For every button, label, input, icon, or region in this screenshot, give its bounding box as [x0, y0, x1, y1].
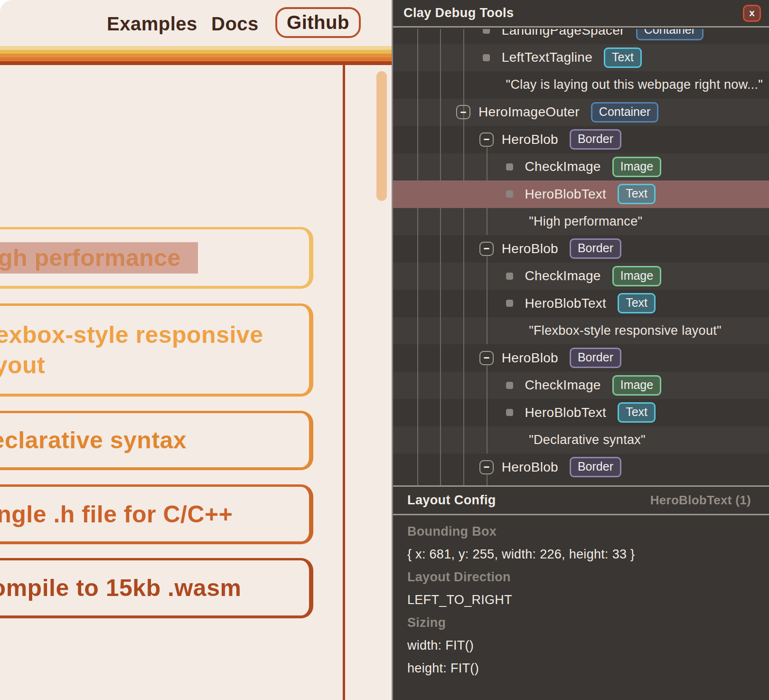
- tree-element-row[interactable]: LandingPageSpacerContainer: [393, 29, 769, 44]
- tree-marker: [479, 242, 494, 256]
- minus-icon: [484, 357, 489, 359]
- leaf-bullet-icon: [506, 382, 513, 389]
- tree-text-preview-row[interactable]: "High performance": [393, 208, 769, 236]
- element-type-badge: Border: [570, 129, 621, 150]
- element-text-content: "Clay is laying out this webpage right n…: [506, 77, 763, 92]
- debug-panel-header: Clay Debug Tools x: [393, 0, 769, 28]
- element-type-badge: Border: [570, 457, 621, 477]
- tree-indent-guide: [487, 475, 488, 487]
- debug-selection-highlight: [0, 242, 198, 274]
- tree-element-row[interactable]: HeroBlobBorder: [393, 126, 769, 153]
- page-scrollbar-thumb[interactable]: [376, 71, 387, 201]
- feature-box-text: Declarative syntax: [0, 425, 278, 455]
- tree-marker: [503, 296, 517, 311]
- selected-element-label: HeroBlobText (1): [650, 493, 751, 508]
- element-name: CheckImage: [525, 378, 601, 393]
- element-text-content: "Declarative syntax": [529, 433, 646, 447]
- leaf-bullet-icon: [506, 300, 513, 307]
- tree-marker: [479, 351, 494, 365]
- leaf-bullet-icon: [506, 409, 513, 416]
- tree-marker: [503, 406, 517, 420]
- collapse-expander-icon[interactable]: [456, 105, 470, 119]
- element-text-content: "Flexbox-style responsive layout": [529, 323, 722, 338]
- tree-marker: [479, 50, 494, 65]
- tree-indent-guide: [417, 29, 418, 487]
- tree-element-row[interactable]: CheckImageImage: [393, 153, 769, 181]
- element-name: HeroBlob: [502, 241, 558, 256]
- stripe-3: [0, 54, 393, 57]
- tree-indent-guide: [440, 29, 441, 487]
- element-tree: LandingPageSpacerContainerLeftTextTaglin…: [393, 29, 769, 487]
- config-value: LEFT_TO_RIGHT: [407, 588, 755, 611]
- tree-element-row[interactable]: LeftTextTaglineText: [393, 44, 769, 72]
- tree-element-row[interactable]: CheckImageImage: [393, 263, 769, 290]
- element-text-content: "High performance": [529, 214, 642, 229]
- tree-element-row[interactable]: HeroBlobBorder: [393, 454, 769, 481]
- element-type-badge: Text: [604, 47, 642, 68]
- leaf-bullet-icon: [506, 163, 513, 170]
- minus-icon: [484, 248, 489, 249]
- config-value: width: FIT(): [407, 634, 755, 657]
- feature-box: Declarative syntax: [0, 411, 313, 470]
- config-label: Layout Direction: [407, 566, 755, 588]
- element-type-badge: Container: [591, 102, 658, 123]
- tree-element-row[interactable]: HeroBlobBorder: [393, 235, 769, 263]
- nav-link-docs[interactable]: Docs: [211, 13, 259, 35]
- debug-panel-title: Clay Debug Tools: [403, 6, 514, 20]
- tree-marker: [503, 160, 517, 174]
- stripe-4: [0, 57, 393, 61]
- element-type-badge: Text: [618, 402, 656, 423]
- tree-marker: [479, 460, 494, 474]
- nav-link-examples[interactable]: Examples: [107, 13, 197, 35]
- tree-text-preview-row[interactable]: "Flexbox-style responsive layout": [393, 317, 769, 345]
- element-name: HeroImageOuter: [478, 104, 580, 120]
- collapse-expander-icon[interactable]: [479, 242, 494, 256]
- collapse-expander-icon[interactable]: [479, 460, 494, 474]
- element-type-badge: Image: [612, 375, 661, 396]
- close-button[interactable]: x: [743, 5, 761, 22]
- tree-marker: [503, 378, 517, 392]
- layout-config-header: Layout Config HeroBlobText (1): [393, 487, 769, 515]
- feature-box-text: Single .h file for C/C++: [0, 499, 278, 530]
- tree-marker: [479, 132, 494, 147]
- clay-debug-tools-panel: Clay Debug Tools x LandingPageSpacerCont…: [392, 0, 769, 700]
- tree-indent-guide: [487, 366, 488, 454]
- element-name: CheckImage: [525, 159, 601, 174]
- element-type-badge: Container: [636, 29, 703, 40]
- config-label: Sizing: [407, 611, 755, 634]
- tree-element-row[interactable]: HeroImageOuterContainer: [393, 99, 769, 126]
- tree-element-row[interactable]: HeroBlobTextText: [393, 290, 769, 317]
- tree-element-row[interactable]: HeroBlobTextText: [393, 399, 769, 426]
- element-name: HeroBlobText: [525, 187, 607, 202]
- leaf-bullet-icon: [506, 190, 513, 198]
- element-name: LandingPageSpacer: [502, 29, 625, 38]
- feature-box-text: Compile to 15kb .wasm: [0, 573, 278, 603]
- element-name: HeroBlob: [502, 132, 558, 147]
- layout-config-body: Bounding Box{ x: 681, y: 255, width: 226…: [393, 517, 769, 700]
- tree-element-row[interactable]: HeroBlobBorder: [393, 344, 769, 372]
- element-type-badge: Text: [618, 293, 656, 313]
- leaf-bullet-icon: [506, 273, 513, 280]
- collapse-expander-icon[interactable]: [479, 351, 494, 365]
- feature-box: Flexbox-style responsive layout: [0, 303, 313, 397]
- element-type-badge: Border: [570, 238, 621, 259]
- feature-box: Single .h file for C/C++: [0, 484, 313, 544]
- tree-text-preview-row[interactable]: "Clay is laying out this webpage right n…: [393, 71, 769, 99]
- config-value: { x: 681, y: 255, width: 226, height: 33…: [407, 543, 755, 566]
- github-button[interactable]: Github: [275, 7, 361, 38]
- minus-icon: [460, 112, 466, 113]
- retro-stripe-band: [0, 46, 393, 65]
- tree-indent-guide: [487, 256, 488, 344]
- tree-indent-guide: [463, 29, 464, 487]
- element-name: HeroBlobText: [525, 405, 607, 420]
- feature-box: Compile to 15kb .wasm: [0, 558, 313, 618]
- leaf-bullet-icon: [483, 54, 490, 61]
- tree-element-row[interactable]: CheckImageImage: [393, 372, 769, 399]
- collapse-expander-icon[interactable]: [479, 132, 494, 147]
- tree-element-row[interactable]: HeroBlobTextText: [393, 180, 769, 208]
- tree-text-preview-row[interactable]: "Declarative syntax": [393, 426, 769, 454]
- element-name: HeroBlob: [502, 460, 558, 475]
- minus-icon: [484, 139, 489, 140]
- element-name: CheckImage: [525, 268, 601, 284]
- tree-marker: [456, 105, 470, 119]
